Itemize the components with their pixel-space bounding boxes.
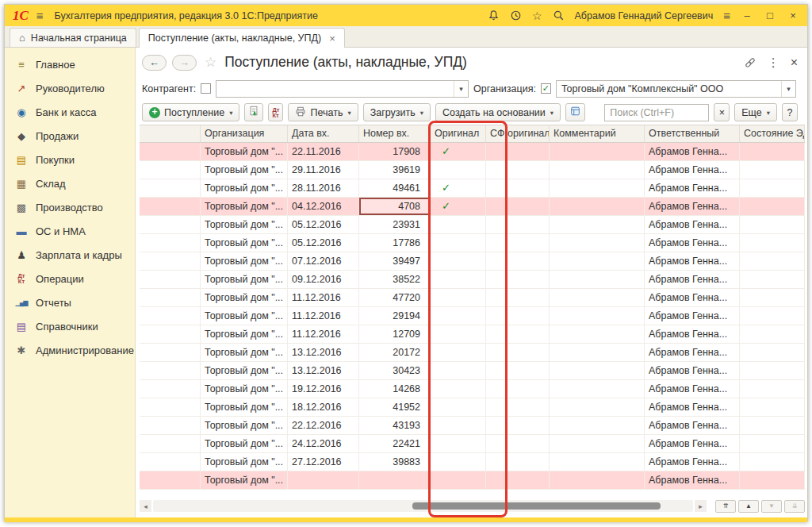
cell-date[interactable]: 04.12.2016 (288, 198, 359, 215)
cell-org[interactable]: Торговый дом "... (201, 453, 288, 471)
cell-comment[interactable] (550, 271, 645, 288)
close-window-button[interactable]: × (787, 10, 799, 21)
cell-resp[interactable]: Абрамов Генна... (645, 362, 740, 379)
load-button[interactable]: Загрузить ▾ (363, 103, 431, 121)
tab-postuplenie[interactable]: Поступление (акты, накладные, УПД) × (139, 28, 345, 48)
cell-org[interactable]: Торговый дом "... (201, 234, 288, 252)
cell-edo[interactable] (740, 289, 805, 306)
cell-edo[interactable] (740, 380, 805, 398)
cell-resp[interactable]: Абрамов Генна... (645, 161, 740, 179)
cell-date[interactable]: 22.12.2016 (288, 417, 359, 434)
table-row[interactable]: Торговый дом "...07.12.201639497Абрамов … (140, 252, 805, 271)
kontragent-checkbox[interactable] (201, 83, 211, 94)
cell-org[interactable]: Торговый дом "... (201, 271, 288, 288)
cell-state[interactable] (140, 161, 201, 179)
cell-num[interactable]: 47720 (359, 289, 431, 306)
cell-resp[interactable]: Абрамов Генна... (645, 417, 740, 434)
table-row[interactable]: Торговый дом "...27.12.201639883Абрамов … (140, 453, 805, 471)
cell-resp[interactable]: Абрамов Генна... (645, 471, 740, 489)
cell-sf[interactable] (486, 471, 550, 489)
cell-org[interactable]: Торговый дом "... (201, 435, 288, 452)
cell-sf[interactable] (486, 289, 550, 306)
notifications-bell-icon[interactable] (488, 10, 500, 21)
cell-edo[interactable] (740, 252, 805, 270)
cell-date[interactable]: 11.12.2016 (288, 325, 359, 343)
create-postuplenie-button[interactable]: + Поступление ▾ (142, 103, 239, 121)
more-actions-kebab-icon[interactable]: ⋮ (768, 56, 779, 70)
table-row[interactable]: Торговый дом "...Абрамов Генна... (140, 471, 805, 490)
cell-num[interactable]: 49461 (359, 179, 431, 197)
cell-state[interactable] (140, 179, 201, 197)
cell-state[interactable] (140, 307, 201, 325)
cell-resp[interactable]: Абрамов Генна... (645, 271, 740, 288)
sidebar-item-operacii[interactable]: Дт КтОперации (5, 267, 135, 290)
cell-date[interactable]: 07.12.2016 (288, 252, 359, 270)
cell-date[interactable]: 09.12.2016 (288, 271, 359, 288)
cell-org[interactable]: Торговый дом "... (201, 380, 288, 398)
cell-orig[interactable] (431, 325, 486, 343)
cell-orig[interactable] (431, 362, 486, 379)
table-row[interactable]: Торговый дом "...28.11.201649461✓Абрамов… (140, 179, 805, 198)
cell-org[interactable]: Торговый дом "... (201, 143, 288, 160)
table-row[interactable]: Торговый дом "...19.12.201614268Абрамов … (140, 380, 805, 398)
cell-org[interactable]: Торговый дом "... (201, 179, 288, 197)
cell-sf[interactable] (486, 417, 550, 434)
table-row[interactable]: Торговый дом "...05.12.201617786Абрамов … (140, 234, 805, 252)
cell-num[interactable] (359, 471, 431, 489)
cell-edo[interactable] (740, 307, 805, 325)
cell-sf[interactable] (486, 307, 550, 325)
cell-sf[interactable] (486, 179, 550, 197)
cell-sf[interactable] (486, 398, 550, 416)
help-button[interactable]: ? (782, 103, 798, 121)
sidebar-item-sklad[interactable]: ▦Склад (5, 171, 135, 195)
cell-state[interactable] (140, 471, 201, 489)
cell-orig[interactable] (431, 435, 486, 452)
cell-orig[interactable] (431, 307, 486, 325)
horizontal-scrollbar[interactable] (153, 500, 693, 512)
table-row[interactable]: Торговый дом "...05.12.201623931Абрамов … (140, 216, 805, 234)
cell-num[interactable]: 23931 (359, 216, 431, 233)
cell-sf[interactable] (486, 362, 550, 379)
cell-sf[interactable] (486, 161, 550, 179)
cell-date[interactable]: 22.11.2016 (288, 143, 359, 160)
cell-state[interactable] (140, 143, 201, 160)
table-row[interactable]: Торговый дом "...29.11.201639619Абрамов … (140, 161, 805, 179)
cell-comment[interactable] (550, 289, 645, 306)
col-state[interactable] (140, 125, 201, 142)
cell-state[interactable] (140, 325, 201, 343)
cell-comment[interactable] (550, 417, 645, 434)
edo-button[interactable] (565, 103, 585, 121)
current-user[interactable]: Абрамов Геннадий Сергеевич (575, 10, 714, 21)
cell-date[interactable]: 18.12.2016 (288, 398, 359, 416)
cell-state[interactable] (140, 234, 201, 252)
cell-edo[interactable] (740, 344, 805, 361)
sidebar-item-spravochniki[interactable]: ▤Справочники (5, 314, 135, 338)
cell-num[interactable]: 17786 (359, 234, 431, 252)
table-row[interactable]: Торговый дом "...11.12.201612709Абрамов … (140, 325, 805, 344)
cell-org[interactable]: Торговый дом "... (201, 252, 288, 270)
sidebar-item-bank-kassa[interactable]: ◉Банк и касса (5, 100, 135, 124)
cell-state[interactable] (140, 198, 201, 215)
table-row[interactable]: Торговый дом "...11.12.201629194Абрамов … (140, 307, 805, 325)
table-row[interactable]: Торговый дом "...13.12.201630423Абрамов … (140, 362, 805, 380)
cell-edo[interactable] (740, 417, 805, 434)
cell-resp[interactable]: Абрамов Генна... (645, 234, 740, 252)
cell-orig[interactable] (431, 453, 486, 471)
cell-org[interactable]: Торговый дом "... (201, 417, 288, 434)
cell-resp[interactable]: Абрамов Генна... (645, 143, 740, 160)
cell-comment[interactable] (550, 344, 645, 361)
cell-resp[interactable]: Абрамов Генна... (645, 344, 740, 361)
cell-org[interactable]: Торговый дом "... (201, 471, 288, 489)
cell-sf[interactable] (486, 380, 550, 398)
cell-comment[interactable] (550, 380, 645, 398)
cell-state[interactable] (140, 417, 201, 434)
col-date[interactable]: Дата вх. (288, 125, 359, 142)
cell-comment[interactable] (550, 161, 645, 179)
go-next-button[interactable]: ▼ (761, 500, 782, 513)
cell-comment[interactable] (550, 398, 645, 416)
cell-num[interactable]: 41952 (359, 398, 431, 416)
cell-date[interactable]: 05.12.2016 (288, 216, 359, 233)
col-sf-original[interactable]: СФ оригинал (486, 125, 550, 142)
tab-home[interactable]: ⌂ Начальная страница (10, 28, 136, 47)
org-checkbox[interactable]: ✓ (541, 83, 551, 94)
